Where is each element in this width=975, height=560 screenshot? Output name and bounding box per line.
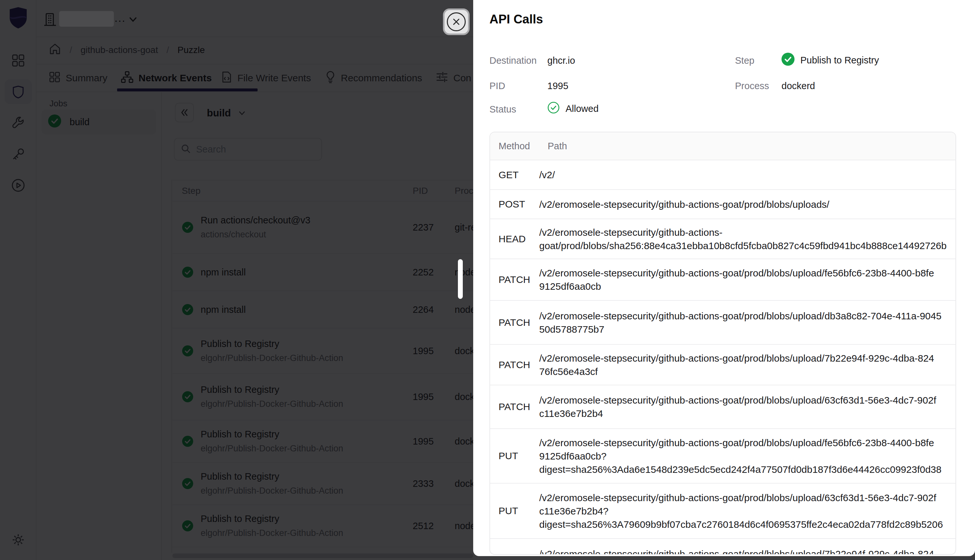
vertical-scrollbar-thumb[interactable]: [458, 259, 463, 299]
field-value-status: Allowed: [547, 102, 599, 116]
method-cell: PATCH: [490, 301, 539, 344]
path-cell: /v2/eromosele-stepsecurity/github-action…: [539, 259, 955, 300]
method-cell: PUT: [490, 483, 539, 538]
column-header-path: Path: [548, 141, 567, 152]
drawer-title: API Calls: [490, 12, 543, 26]
api-call-row: GET/v2/: [490, 160, 955, 190]
field-label-destination: Destination: [490, 55, 537, 66]
api-calls-drawer: API Calls Destination ghcr.io Step Publi…: [473, 0, 975, 556]
drawer-close-button[interactable]: [443, 8, 470, 35]
path-cell: /v2/eromosele-stepsecurity/github-action…: [539, 345, 955, 385]
check-circle-filled-icon: [782, 53, 795, 68]
method-cell: HEAD: [490, 219, 539, 258]
field-label-pid: PID: [490, 81, 505, 92]
api-call-row: PATCH/v2/eromosele-stepsecurity/github-a…: [490, 301, 955, 345]
path-cell: /v2/eromosele-stepsecurity/github-action…: [539, 385, 955, 428]
api-call-row: /v2/eromosele-stepsecurity/github-action…: [490, 539, 955, 555]
api-call-row: HEAD/v2/eromosele-stepsecurity/github-ac…: [490, 219, 955, 259]
path-cell: /v2/eromosele-stepsecurity/github-action…: [539, 219, 955, 258]
field-value-pid: 1995: [547, 81, 568, 92]
app-screen: ... / github-actions-goat / Puzzle Summa…: [0, 0, 975, 560]
path-cell: /v2/: [539, 160, 955, 189]
api-call-row: POST/v2/eromosele-stepsecurity/github-ac…: [490, 190, 955, 219]
api-calls-table: Method Path GET/v2/POST/v2/eromosele-ste…: [490, 132, 956, 555]
field-value-process: dockerd: [782, 81, 815, 92]
path-cell: /v2/eromosele-stepsecurity/github-action…: [539, 190, 955, 218]
api-call-row: PATCH/v2/eromosele-stepsecurity/github-a…: [490, 259, 955, 301]
method-cell: PATCH: [490, 385, 539, 428]
table-header-row: Method Path: [490, 132, 955, 160]
method-cell: PATCH: [490, 345, 539, 385]
method-cell: GET: [490, 160, 539, 189]
check-circle-outline-icon: [547, 102, 560, 116]
api-call-row: PATCH/v2/eromosele-stepsecurity/github-a…: [490, 385, 955, 429]
method-cell: [490, 539, 539, 555]
method-cell: PATCH: [490, 259, 539, 300]
field-label-status: Status: [490, 104, 516, 115]
field-label-process: Process: [735, 81, 769, 92]
method-cell: POST: [490, 190, 539, 218]
api-call-row: PATCH/v2/eromosele-stepsecurity/github-a…: [490, 345, 955, 385]
field-label-step: Step: [735, 55, 755, 66]
method-cell: PUT: [490, 429, 539, 483]
column-header-method: Method: [498, 141, 530, 152]
api-call-row: PUT/v2/eromosele-stepsecurity/github-act…: [490, 429, 955, 483]
org-name-redaction-box: [59, 11, 114, 27]
field-value-step: Publish to Registry: [782, 53, 879, 68]
path-cell: /v2/eromosele-stepsecurity/github-action…: [539, 301, 955, 344]
close-icon: [447, 12, 466, 31]
path-cell: /v2/eromosele-stepsecurity/github-action…: [539, 429, 955, 483]
path-cell: /v2/eromosele-stepsecurity/github-action…: [539, 539, 955, 555]
api-call-row: PUT/v2/eromosele-stepsecurity/github-act…: [490, 483, 955, 539]
path-cell: /v2/eromosele-stepsecurity/github-action…: [539, 483, 955, 538]
field-value-destination: ghcr.io: [547, 55, 575, 66]
